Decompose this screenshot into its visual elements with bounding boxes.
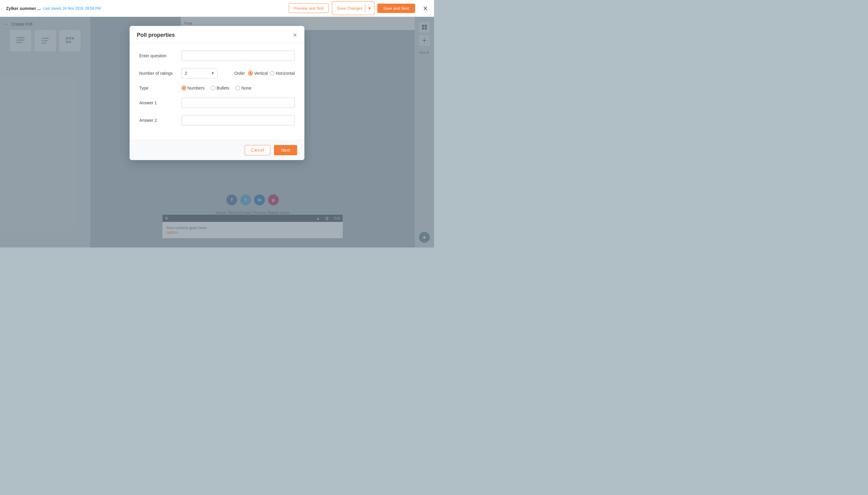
bullets-label: Bullets [217,86,229,90]
horizontal-radio[interactable]: Horizontal [270,71,295,76]
poll-properties-modal: Poll properties ✕ Enter question Number … [129,26,305,160]
answer2-label: Answer 2 [139,118,181,123]
answer1-label: Answer 1 [139,100,181,105]
main-content: ← Create Poll [0,17,434,248]
vertical-label: Vertical [254,71,268,76]
question-input[interactable] [181,51,295,61]
header: Zylker summer ... Last saved: 24 Nov 201… [0,0,434,17]
next-button[interactable]: Next [274,145,297,155]
preview-test-button[interactable]: Preview and Test [289,4,329,13]
none-radio[interactable]: None [236,86,251,90]
vertical-radio-indicator [248,71,253,76]
ratings-order-row: Number of ratings 2 3 4 5 ▼ Order [139,68,295,79]
order-group: Order Vertical Horizontal [234,71,295,76]
answer2-input[interactable] [181,115,295,125]
close-icon[interactable]: ✕ [423,5,428,12]
none-label: None [241,86,251,90]
order-label: Order [234,71,245,76]
save-status: Last saved: 24 Nov 2019, 09:58 PM [43,6,101,11]
vertical-radio[interactable]: Vertical [248,71,268,76]
cancel-button[interactable]: Cancel [245,145,271,155]
modal-title: Poll properties [137,32,175,38]
bullets-radio-indicator [211,86,215,90]
save-changes-dropdown-arrow[interactable]: ▼ [365,4,374,13]
horizontal-label: Horizontal [276,71,295,76]
type-label: Type [139,86,181,90]
app-title: Zylker summer ... [6,6,41,11]
modal-close-button[interactable]: ✕ [293,33,297,38]
bullets-radio[interactable]: Bullets [211,86,229,90]
modal-header: Poll properties ✕ [129,26,305,44]
header-actions: Preview and Test Save Changes ▼ Save and… [289,1,428,15]
ratings-select-wrapper: 2 3 4 5 ▼ [181,68,218,79]
modal-footer: Cancel Next [129,140,305,160]
horizontal-radio-indicator [270,71,275,76]
question-row: Enter question [139,51,295,61]
answer1-row: Answer 1 [139,98,295,108]
save-changes-button[interactable]: Save Changes ▼ [332,1,374,15]
numbers-radio-indicator [181,86,186,90]
answer1-input[interactable] [181,98,295,108]
ratings-label: Number of ratings [139,71,181,76]
numbers-label: Numbers [188,86,205,90]
type-options: Numbers Bullets None [181,86,251,90]
none-radio-indicator [236,86,240,90]
modal-body: Enter question Number of ratings 2 3 4 5… [129,44,305,140]
numbers-radio[interactable]: Numbers [181,86,205,90]
save-next-button[interactable]: Save and Next [377,4,415,13]
ratings-select[interactable]: 2 3 4 5 [181,68,218,79]
question-label: Enter question [139,53,181,58]
type-row: Type Numbers Bullets None [139,86,295,90]
modal-overlay: Poll properties ✕ Enter question Number … [0,17,434,248]
answer2-row: Answer 2 [139,115,295,125]
